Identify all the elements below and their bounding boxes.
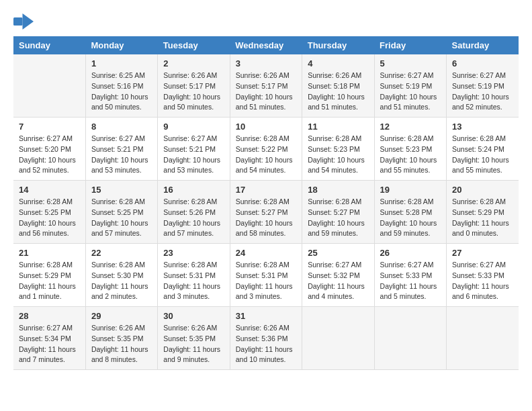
- calendar-cell: 9Sunrise: 6:27 AMSunset: 5:21 PMDaylight…: [158, 118, 230, 181]
- day-number: 2: [163, 58, 224, 68]
- day-number: 19: [380, 185, 441, 195]
- day-number: 18: [308, 185, 368, 195]
- week-row-4: 21Sunrise: 6:28 AMSunset: 5:29 PMDayligh…: [13, 244, 519, 307]
- day-number: 26: [380, 248, 441, 258]
- day-number: 15: [91, 185, 152, 195]
- day-info: Sunrise: 6:27 AMSunset: 5:21 PMDaylight:…: [163, 134, 224, 176]
- day-number: 14: [19, 185, 80, 195]
- svg-rect-0: [13, 17, 23, 26]
- calendar-cell: 29Sunrise: 6:26 AMSunset: 5:35 PMDayligh…: [85, 307, 157, 370]
- day-info: Sunrise: 6:28 AMSunset: 5:30 PMDaylight:…: [91, 260, 152, 302]
- calendar-header: SundayMondayTuesdayWednesdayThursdayFrid…: [13, 36, 519, 54]
- day-info: Sunrise: 6:28 AMSunset: 5:23 PMDaylight:…: [308, 134, 368, 176]
- day-info: Sunrise: 6:26 AMSunset: 5:17 PMDaylight:…: [236, 71, 296, 113]
- day-number: 28: [19, 311, 80, 321]
- svg-marker-1: [23, 13, 34, 30]
- calendar-cell: [13, 54, 85, 118]
- calendar-cell: 16Sunrise: 6:28 AMSunset: 5:26 PMDayligh…: [158, 181, 230, 244]
- header-row: SundayMondayTuesdayWednesdayThursdayFrid…: [13, 36, 519, 54]
- day-info: Sunrise: 6:27 AMSunset: 5:21 PMDaylight:…: [91, 134, 152, 176]
- calendar-cell: 26Sunrise: 6:27 AMSunset: 5:33 PMDayligh…: [374, 244, 446, 307]
- calendar-cell: 15Sunrise: 6:28 AMSunset: 5:25 PMDayligh…: [85, 181, 157, 244]
- day-number: 30: [163, 311, 224, 321]
- calendar-cell: 11Sunrise: 6:28 AMSunset: 5:23 PMDayligh…: [302, 118, 374, 181]
- calendar-cell: 3Sunrise: 6:26 AMSunset: 5:17 PMDaylight…: [230, 54, 302, 118]
- week-row-3: 14Sunrise: 6:28 AMSunset: 5:25 PMDayligh…: [13, 181, 519, 244]
- calendar-cell: 12Sunrise: 6:28 AMSunset: 5:23 PMDayligh…: [374, 118, 446, 181]
- column-header-sunday: Sunday: [13, 36, 85, 54]
- week-row-5: 28Sunrise: 6:27 AMSunset: 5:34 PMDayligh…: [13, 307, 519, 370]
- day-info: Sunrise: 6:27 AMSunset: 5:19 PMDaylight:…: [380, 71, 441, 113]
- day-info: Sunrise: 6:26 AMSunset: 5:18 PMDaylight:…: [308, 71, 368, 113]
- day-number: 17: [236, 185, 296, 195]
- day-number: 11: [308, 122, 368, 132]
- calendar-table: SundayMondayTuesdayWednesdayThursdayFrid…: [13, 36, 519, 370]
- calendar-cell: 4Sunrise: 6:26 AMSunset: 5:18 PMDaylight…: [302, 54, 374, 118]
- column-header-wednesday: Wednesday: [230, 36, 302, 54]
- day-number: 12: [380, 122, 441, 132]
- calendar-body: 1Sunrise: 6:25 AMSunset: 5:16 PMDaylight…: [13, 54, 519, 370]
- column-header-monday: Monday: [85, 36, 157, 54]
- day-info: Sunrise: 6:27 AMSunset: 5:19 PMDaylight:…: [452, 71, 513, 113]
- day-info: Sunrise: 6:28 AMSunset: 5:27 PMDaylight:…: [236, 197, 296, 239]
- day-number: 6: [452, 58, 513, 68]
- calendar-cell: [302, 307, 374, 370]
- calendar-cell: [447, 307, 519, 370]
- day-number: 24: [236, 248, 296, 258]
- calendar-cell: 2Sunrise: 6:26 AMSunset: 5:17 PMDaylight…: [158, 54, 230, 118]
- day-number: 10: [236, 122, 296, 132]
- day-info: Sunrise: 6:27 AMSunset: 5:32 PMDaylight:…: [308, 260, 368, 302]
- calendar-cell: 5Sunrise: 6:27 AMSunset: 5:19 PMDaylight…: [374, 54, 446, 118]
- calendar-cell: 23Sunrise: 6:28 AMSunset: 5:31 PMDayligh…: [158, 244, 230, 307]
- day-info: Sunrise: 6:25 AMSunset: 5:16 PMDaylight:…: [91, 71, 152, 113]
- day-number: 13: [452, 122, 513, 132]
- day-number: 25: [308, 248, 368, 258]
- day-info: Sunrise: 6:28 AMSunset: 5:29 PMDaylight:…: [452, 197, 513, 239]
- day-info: Sunrise: 6:26 AMSunset: 5:35 PMDaylight:…: [91, 323, 152, 365]
- day-info: Sunrise: 6:28 AMSunset: 5:25 PMDaylight:…: [91, 197, 152, 239]
- page-header: [13, 13, 519, 30]
- day-number: 21: [19, 248, 80, 258]
- calendar-cell: 18Sunrise: 6:28 AMSunset: 5:27 PMDayligh…: [302, 181, 374, 244]
- calendar-cell: 6Sunrise: 6:27 AMSunset: 5:19 PMDaylight…: [447, 54, 519, 118]
- column-header-tuesday: Tuesday: [158, 36, 230, 54]
- day-number: 20: [452, 185, 513, 195]
- calendar-cell: 31Sunrise: 6:26 AMSunset: 5:36 PMDayligh…: [230, 307, 302, 370]
- calendar-cell: 8Sunrise: 6:27 AMSunset: 5:21 PMDaylight…: [85, 118, 157, 181]
- column-header-saturday: Saturday: [447, 36, 519, 54]
- column-header-friday: Friday: [374, 36, 446, 54]
- day-number: 9: [163, 122, 224, 132]
- day-info: Sunrise: 6:28 AMSunset: 5:31 PMDaylight:…: [163, 260, 224, 302]
- day-number: 16: [163, 185, 224, 195]
- column-header-thursday: Thursday: [302, 36, 374, 54]
- calendar-cell: 25Sunrise: 6:27 AMSunset: 5:32 PMDayligh…: [302, 244, 374, 307]
- week-row-1: 1Sunrise: 6:25 AMSunset: 5:16 PMDaylight…: [13, 54, 519, 118]
- day-info: Sunrise: 6:28 AMSunset: 5:29 PMDaylight:…: [19, 260, 80, 302]
- calendar-cell: 28Sunrise: 6:27 AMSunset: 5:34 PMDayligh…: [13, 307, 85, 370]
- day-info: Sunrise: 6:27 AMSunset: 5:34 PMDaylight:…: [19, 323, 80, 365]
- logo: [13, 13, 36, 30]
- day-info: Sunrise: 6:27 AMSunset: 5:33 PMDaylight:…: [452, 260, 513, 302]
- calendar-cell: 20Sunrise: 6:28 AMSunset: 5:29 PMDayligh…: [447, 181, 519, 244]
- calendar-cell: 21Sunrise: 6:28 AMSunset: 5:29 PMDayligh…: [13, 244, 85, 307]
- day-info: Sunrise: 6:28 AMSunset: 5:24 PMDaylight:…: [452, 134, 513, 176]
- day-number: 31: [236, 311, 296, 321]
- day-info: Sunrise: 6:26 AMSunset: 5:36 PMDaylight:…: [236, 323, 296, 365]
- day-number: 29: [91, 311, 152, 321]
- day-info: Sunrise: 6:28 AMSunset: 5:26 PMDaylight:…: [163, 197, 224, 239]
- day-info: Sunrise: 6:27 AMSunset: 5:20 PMDaylight:…: [19, 134, 80, 176]
- day-info: Sunrise: 6:28 AMSunset: 5:28 PMDaylight:…: [380, 197, 441, 239]
- calendar-cell: 14Sunrise: 6:28 AMSunset: 5:25 PMDayligh…: [13, 181, 85, 244]
- calendar-cell: 27Sunrise: 6:27 AMSunset: 5:33 PMDayligh…: [447, 244, 519, 307]
- day-info: Sunrise: 6:28 AMSunset: 5:23 PMDaylight:…: [380, 134, 441, 176]
- day-number: 3: [236, 58, 296, 68]
- day-number: 22: [91, 248, 152, 258]
- day-number: 7: [19, 122, 80, 132]
- day-info: Sunrise: 6:26 AMSunset: 5:17 PMDaylight:…: [163, 71, 224, 113]
- day-number: 1: [91, 58, 152, 68]
- calendar-cell: 7Sunrise: 6:27 AMSunset: 5:20 PMDaylight…: [13, 118, 85, 181]
- calendar-cell: 22Sunrise: 6:28 AMSunset: 5:30 PMDayligh…: [85, 244, 157, 307]
- day-info: Sunrise: 6:28 AMSunset: 5:22 PMDaylight:…: [236, 134, 296, 176]
- day-number: 23: [163, 248, 224, 258]
- day-number: 5: [380, 58, 441, 68]
